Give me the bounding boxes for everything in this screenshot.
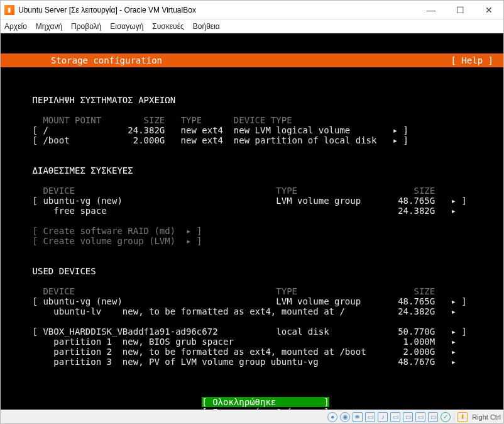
used-device-row[interactable]: [ VBOX_HARDDISK_VBaddf1a91-ad96c672 loca…	[33, 326, 467, 337]
virtualbox-icon: ▮	[4, 5, 14, 15]
usb-icon: ⩩	[353, 412, 363, 422]
chevron-right-icon: ▸	[451, 357, 456, 367]
window-title: Ubuntu Server [Σε λειτουργία] - Oracle V…	[18, 6, 417, 14]
done-button[interactable]: [ Ολοκληρώθηκε ]	[202, 397, 329, 407]
menu-view[interactable]: Προβολή	[71, 22, 101, 31]
chevron-right-icon: ▸	[451, 306, 456, 316]
chevron-right-icon: ▸	[451, 206, 456, 216]
separator	[454, 413, 454, 421]
hdd-activity-icon: ●	[327, 412, 337, 422]
minimize-button[interactable]: —	[417, 1, 446, 20]
shared-folder-icon: ▭	[365, 412, 375, 422]
fs-summary-title: ΠΕΡΙΛΗΨΗ ΣΥΣΤΗΜΑΤΟΣ ΑΡΧΕΙΩΝ	[33, 95, 176, 105]
menu-file[interactable]: Αρχείο	[4, 22, 27, 31]
chevron-right-icon: ▸	[451, 347, 456, 357]
fs-row[interactable]: [ / 24.382G new ext4 new LVM logical vol…	[33, 125, 408, 135]
menu-input[interactable]: Εισαγωγή	[110, 22, 143, 31]
partition-row[interactable]: ubuntu-lv new, to be formatted as ext4, …	[43, 306, 456, 316]
chevron-right-icon: ▸	[186, 236, 191, 246]
virtualbox-window: ▮ Ubuntu Server [Σε λειτουργία] - Oracle…	[0, 0, 504, 424]
chevron-right-icon: ▸	[186, 226, 191, 236]
reset-button[interactable]: [ Επαναφορά ρυθμίσεων ]	[202, 407, 329, 410]
host-key-icon: ⬇	[457, 412, 468, 422]
recording-icon: ▭	[403, 412, 413, 422]
chevron-right-icon: ▸	[393, 135, 398, 145]
available-sub-row[interactable]: free space 24.382G ▸	[43, 206, 456, 216]
menu-machine[interactable]: Μηχανή	[36, 22, 62, 31]
menu-devices[interactable]: Συσκευές	[152, 22, 184, 31]
audio-icon: ♪	[378, 412, 388, 422]
screen-title: Storage configuration	[51, 55, 162, 65]
features-icon: ▭	[428, 412, 438, 422]
col-headers: MOUNT POINT SIZE TYPE DEVICE TYPE	[43, 115, 392, 125]
partition-row[interactable]: partition 2 new, to be formatted as ext4…	[43, 347, 456, 357]
create-action[interactable]: [ Create software RAID (md) ▸ ]	[33, 226, 202, 236]
chevron-right-icon: ▸	[451, 196, 456, 206]
menu-help[interactable]: Βοήθεια	[193, 22, 220, 31]
chevron-right-icon: ▸	[451, 337, 456, 347]
host-key-label: Right Ctrl	[469, 413, 501, 421]
chevron-right-icon: ▸	[451, 296, 456, 306]
display-icon: ▭	[390, 412, 400, 422]
maximize-button[interactable]: ☐	[446, 1, 474, 20]
available-row[interactable]: [ ubuntu-vg (new) LVM volume group 48.76…	[33, 196, 467, 206]
col-headers: DEVICE TYPE SIZE	[43, 186, 435, 196]
help-button[interactable]: [ Help ]	[451, 55, 493, 65]
menubar: Αρχείο Μηχανή Προβολή Εισαγωγή Συσκευές …	[1, 20, 503, 33]
mouse-integration-icon: ✓	[441, 412, 451, 422]
create-action[interactable]: [ Create volume group (LVM) ▸ ]	[33, 236, 202, 246]
network-icon: ▭	[415, 412, 425, 422]
chevron-right-icon: ▸	[451, 326, 456, 337]
terminal-area: Storage configuration [ Help ] ΠΕΡΙΛΗΨΗ …	[1, 33, 503, 410]
used-title: USED DEVICES	[33, 266, 96, 276]
screen-header: Storage configuration [ Help ]	[1, 53, 503, 67]
partition-row[interactable]: partition 3 new, PV of LVM volume group …	[43, 357, 456, 367]
fs-row[interactable]: [ /boot 2.000G new ext4 new partition of…	[33, 135, 408, 145]
cd-icon: ◉	[340, 412, 350, 422]
close-button[interactable]: ✕	[474, 1, 503, 20]
chevron-right-icon: ▸	[393, 125, 398, 135]
used-device-row[interactable]: [ ubuntu-vg (new) LVM volume group 48.76…	[33, 296, 467, 306]
available-title: ΔΙΑΘΕΣΙΜΕΣ ΣΥΣΚΕΥΕΣ	[33, 165, 133, 176]
partition-row[interactable]: partition 1 new, BIOS grub spacer 1.000M…	[43, 337, 456, 347]
statusbar: ● ◉ ⩩ ▭ ♪ ▭ ▭ ▭ ▭ ✓ ⬇ Right Ctrl	[1, 410, 503, 423]
col-headers: DEVICE TYPE SIZE	[43, 286, 435, 296]
titlebar: ▮ Ubuntu Server [Σε λειτουργία] - Oracle…	[1, 1, 503, 20]
